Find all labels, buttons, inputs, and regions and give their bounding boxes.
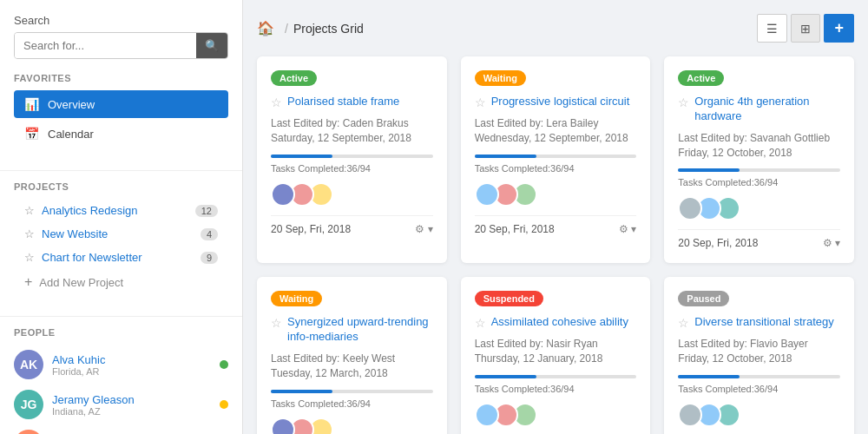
project-card-3: Waiting ☆ Synergized upward-trending inf… — [257, 277, 447, 434]
add-new-project[interactable]: + Add New Project — [14, 269, 228, 295]
star-icon-card-5[interactable]: ☆ — [678, 316, 689, 330]
person-jeramy-info: Jeramy Gleason Indiana, AZ — [52, 393, 220, 417]
plus-icon: + — [24, 274, 32, 290]
sidebar-project-analytics[interactable]: ☆ Analytics Redesign 12 — [14, 199, 228, 222]
card-edited-1: Last Edited by: Lera BaileyWednesday, 12… — [475, 116, 637, 146]
favorites-title: Favorites — [14, 73, 228, 83]
card-status-1: Waiting — [475, 70, 526, 86]
list-view-button[interactable]: ☰ — [757, 14, 787, 43]
sidebar-project-new-website[interactable]: ☆ New Website 4 — [14, 222, 228, 246]
progress-bar-1 — [475, 155, 536, 158]
header-actions: ☰ ⊞ + — [757, 14, 854, 43]
person-alva-location: Florida, AR — [52, 366, 220, 377]
progress-wrap-3 — [271, 390, 433, 393]
card-link-1[interactable]: Progressive logistical circuit — [491, 95, 630, 109]
add-project-button[interactable]: + — [824, 14, 854, 43]
card-link-2[interactable]: Organic 4th generation hardware — [694, 95, 840, 124]
calendar-label: Calendar — [48, 128, 94, 141]
card-settings-btn-1[interactable]: ⚙ ▾ — [619, 223, 636, 235]
main-header: 🏠 / Projects Grid ☰ ⊞ + — [257, 14, 854, 43]
star-icon-card-1[interactable]: ☆ — [475, 95, 486, 109]
card-edited-3: Last Edited by: Keely WestTuesday, 12 Ma… — [271, 352, 433, 381]
card-link-4[interactable]: Assimilated cohesive ability — [491, 315, 628, 330]
tasks-label-1: Tasks Completed:36/94 — [475, 163, 637, 174]
search-button[interactable]: 🔍 — [196, 33, 227, 58]
avatar-alva: AK — [14, 350, 43, 379]
projects-title: Projects — [14, 181, 228, 192]
star-icon-card-2[interactable]: ☆ — [678, 95, 689, 109]
card-date-2: 20 Sep, Fri, 2018 — [678, 237, 758, 249]
card-avatars-3 — [271, 418, 433, 434]
project-chart-badge: 9 — [201, 252, 218, 264]
mini-avatar-3-0 — [271, 418, 295, 434]
card-status-3: Waiting — [271, 291, 322, 306]
progress-wrap-0 — [271, 155, 433, 158]
home-icon[interactable]: 🏠 — [257, 20, 274, 36]
sidebar-item-calendar[interactable]: 📅 Calendar — [14, 120, 228, 148]
star-icon-card-0[interactable]: ☆ — [271, 95, 282, 109]
card-avatars-4 — [475, 403, 637, 427]
grid-view-button[interactable]: ⊞ — [791, 14, 820, 43]
card-avatars-2 — [678, 196, 840, 220]
people-section: People AK Alva Kuhic Florida, AR JG Jera… — [0, 327, 242, 434]
star-icon-card-4[interactable]: ☆ — [475, 316, 486, 330]
progress-wrap-1 — [475, 155, 637, 158]
project-card-5: Paused ☆ Diverse transitional strategy L… — [664, 277, 854, 434]
tasks-label-2: Tasks Completed:36/94 — [678, 177, 840, 187]
card-edited-4: Last Edited by: Nasir RyanThursday, 12 J… — [475, 337, 637, 366]
progress-wrap-4 — [475, 375, 637, 378]
card-footer-2: 20 Sep, Fri, 2018 ⚙ ▾ — [678, 229, 840, 249]
tasks-label-5: Tasks Completed:36/94 — [678, 384, 840, 394]
add-project-label: Add New Project — [39, 276, 123, 289]
progress-bar-5 — [678, 375, 740, 378]
mini-avatar-2-0 — [678, 196, 702, 220]
project-new-website-badge: 4 — [201, 228, 218, 240]
project-card-4: Suspended ☆ Assimilated cohesive ability… — [461, 277, 651, 434]
card-date-1: 20 Sep, Fri, 2018 — [475, 223, 555, 235]
card-title-1: ☆ Progressive logistical circuit — [475, 95, 637, 109]
search-input[interactable] — [15, 33, 196, 58]
card-title-3: ☆ Synergized upward-trending info-mediar… — [271, 315, 433, 345]
tasks-label-3: Tasks Completed:36/94 — [271, 398, 433, 409]
progress-bar-2 — [678, 168, 740, 172]
project-chart-label: Chart for Newsletter — [42, 251, 142, 264]
card-status-4: Suspended — [475, 291, 543, 306]
card-settings-btn-0[interactable]: ⚙ ▾ — [415, 223, 432, 235]
card-title-0: ☆ Polarised stable frame — [271, 95, 433, 109]
search-box: 🔍 — [14, 32, 228, 59]
card-link-5[interactable]: Diverse transitional strategy — [694, 315, 833, 330]
overview-label: Overview — [48, 98, 95, 111]
project-card-2: Active ☆ Organic 4th generation hardware… — [664, 56, 854, 263]
sidebar-project-chart[interactable]: ☆ Chart for Newsletter 9 — [14, 246, 228, 269]
person-jeramy: JG Jeramy Gleason Indiana, AZ — [14, 385, 228, 424]
projects-grid: Active ☆ Polarised stable frame Last Edi… — [257, 56, 854, 434]
progress-wrap-5 — [678, 375, 840, 378]
star-icon-3: ☆ — [24, 251, 35, 264]
people-title: People — [14, 327, 228, 338]
breadcrumb-separator: / — [285, 22, 288, 36]
star-icon-2: ☆ — [24, 227, 35, 240]
person-jeramy-name[interactable]: Jeramy Gleason — [52, 393, 220, 406]
star-icon: ☆ — [24, 204, 35, 217]
mini-avatar-4-0 — [475, 403, 499, 427]
page-title: Projects Grid — [293, 22, 364, 36]
avatar-travis: TK — [14, 430, 43, 434]
card-link-0[interactable]: Polarised stable frame — [287, 95, 399, 109]
card-edited-5: Last Edited by: Flavio BayerFriday, 12 O… — [678, 337, 840, 366]
progress-bar-3 — [271, 390, 332, 393]
avatar-jeramy: JG — [14, 390, 43, 419]
card-settings-btn-2[interactable]: ⚙ ▾ — [823, 237, 840, 249]
card-title-2: ☆ Organic 4th generation hardware — [678, 95, 840, 124]
star-icon-card-3[interactable]: ☆ — [271, 316, 282, 330]
project-analytics-label: Analytics Redesign — [42, 204, 138, 217]
card-date-0: 20 Sep, Fri, 2018 — [271, 223, 351, 235]
project-card-0: Active ☆ Polarised stable frame Last Edi… — [257, 56, 447, 263]
card-status-5: Paused — [678, 291, 729, 306]
sidebar-item-overview[interactable]: 📊 Overview — [14, 90, 228, 118]
main-content: 🏠 / Projects Grid ☰ ⊞ + Active ☆ Polaris… — [243, 0, 868, 434]
person-alva-name[interactable]: Alva Kuhic — [52, 353, 220, 366]
progress-bar-0 — [271, 155, 332, 158]
person-alva-info: Alva Kuhic Florida, AR — [52, 353, 220, 377]
card-link-3[interactable]: Synergized upward-trending info-mediarie… — [287, 315, 433, 345]
card-avatars-5 — [678, 403, 840, 427]
